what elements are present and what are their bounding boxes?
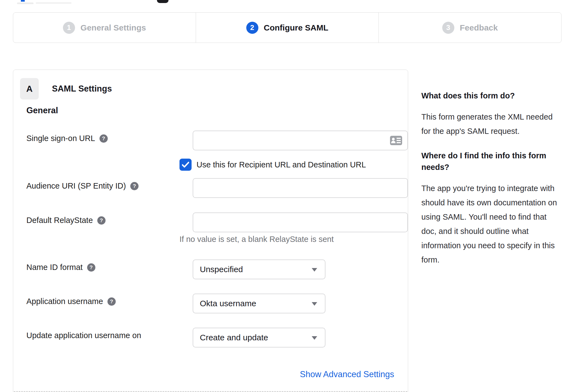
checkmark-icon	[182, 162, 189, 168]
cutoff-blue-fragment	[21, 0, 25, 2]
help-sidebar: What does this form do? This form genera…	[421, 90, 563, 278]
section-a-badge: A	[20, 78, 39, 100]
step-number-badge: 1	[63, 22, 75, 34]
contact-card-icon[interactable]	[390, 136, 402, 145]
relaystate-hint: If no value is set, a blank RelayState i…	[179, 235, 334, 244]
sidebar-heading: What does this form do?	[421, 90, 563, 101]
show-advanced-settings-link[interactable]: Show Advanced Settings	[300, 369, 394, 379]
update-application-username-label: Update application username on	[26, 331, 141, 340]
cutoff-grey-fragment	[36, 2, 71, 4]
section-title: SAML Settings	[52, 84, 112, 94]
help-icon[interactable]: ?	[99, 134, 108, 143]
step-label: Configure SAML	[264, 23, 328, 32]
sidebar-heading: Where do I find the info this form needs…	[421, 150, 563, 173]
recipient-url-checkbox[interactable]	[179, 159, 192, 171]
help-icon[interactable]: ?	[107, 297, 116, 306]
select-value: Unspecified	[200, 265, 243, 274]
select-value: Okta username	[200, 299, 256, 308]
help-icon[interactable]: ?	[87, 263, 95, 272]
help-icon[interactable]: ?	[97, 216, 106, 225]
step-label: General Settings	[81, 23, 146, 32]
cutoff-grey-fragment	[17, 2, 34, 4]
application-username-select[interactable]: Okta username	[193, 294, 325, 313]
audience-uri-label: Audience URI (SP Entity ID) ?	[26, 181, 139, 191]
step-number-badge: 3	[442, 22, 454, 34]
step-feedback[interactable]: 3 Feedback	[378, 13, 561, 43]
chevron-down-icon	[312, 268, 317, 272]
chevron-down-icon	[312, 302, 317, 306]
select-value: Create and update	[200, 333, 268, 342]
step-number-badge: 2	[246, 22, 258, 34]
sidebar-paragraph: This form generates the XML needed for t…	[421, 110, 563, 138]
general-group-heading: General	[26, 106, 58, 115]
single-sign-on-url-label: Single sign-on URL ?	[26, 134, 108, 143]
default-relaystate-label: Default RelayState ?	[26, 216, 106, 225]
application-username-label: Application username ?	[26, 297, 116, 306]
name-id-format-select[interactable]: Unspecified	[193, 260, 325, 279]
update-application-username-select[interactable]: Create and update	[193, 328, 325, 347]
step-configure-saml[interactable]: 2 Configure SAML	[196, 13, 378, 43]
sidebar-paragraph: The app you're trying to integrate with …	[421, 181, 563, 267]
cutoff-logo-fragment	[157, 0, 168, 3]
name-id-format-label: Name ID format ?	[26, 263, 95, 272]
single-sign-on-url-input[interactable]	[193, 131, 408, 150]
default-relaystate-input[interactable]	[193, 212, 408, 232]
chevron-down-icon	[312, 336, 317, 340]
help-icon[interactable]: ?	[130, 182, 139, 190]
audience-uri-input[interactable]	[193, 178, 408, 198]
step-label: Feedback	[460, 23, 498, 32]
wizard-stepper: 1 General Settings 2 Configure SAML 3 Fe…	[13, 12, 562, 43]
step-general-settings[interactable]: 1 General Settings	[13, 13, 196, 43]
saml-settings-panel: A SAML Settings General Single sign-on U…	[13, 70, 408, 392]
recipient-url-checkbox-label: Use this for Recipient URL and Destinati…	[197, 160, 366, 169]
